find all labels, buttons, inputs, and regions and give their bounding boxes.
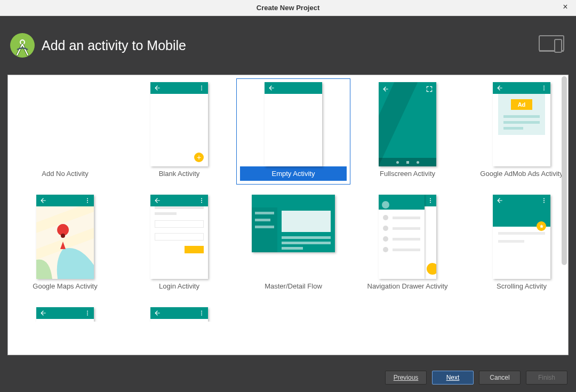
svg-point-27 [87,315,88,316]
overflow-menu-icon [198,309,205,317]
svg-point-6 [201,87,202,89]
back-arrow-icon [154,197,161,204]
svg-point-11 [87,198,88,199]
svg-point-8 [543,86,545,87]
template-navigation-drawer-activity[interactable]: Navigation Drawer Activity [350,188,465,300]
template-google-maps-activity[interactable]: Google Maps Activity [8,188,122,300]
template-label: Blank Activity [126,166,233,181]
overflow-menu-icon [541,84,547,92]
svg-point-15 [61,234,65,238]
template-label: Add No Activity [12,166,118,181]
svg-point-24 [543,202,545,203]
svg-point-16 [201,198,202,199]
overflow-menu-icon [541,197,547,204]
map-preview-icon [36,206,94,279]
template-blank-activity[interactable]: + Blank Activity [122,75,236,188]
back-arrow-icon [496,84,503,92]
template-label: Google Maps Activity [12,279,118,293]
close-icon[interactable]: × [560,2,571,12]
back-arrow-icon [382,85,389,93]
back-arrow-icon [39,309,47,317]
back-arrow-icon [39,197,47,204]
template-partial-1[interactable] [8,300,122,322]
svg-point-20 [430,200,431,201]
wizard-content: Add No Activity + Blank Activity [0,75,576,363]
device-preview-icon [539,35,564,55]
template-label: Master/Detail Flow [240,279,347,293]
template-login-activity[interactable]: Login Activity [122,188,236,300]
title-bar: Create New Project × [0,0,576,16]
overflow-menu-icon [84,309,91,317]
android-studio-logo-icon [10,33,35,58]
template-label: Login Activity [126,279,233,293]
template-label: Fullscreen Activity [354,166,461,181]
svg-point-26 [87,313,88,314]
template-empty-activity[interactable]: Empty Activity [236,75,350,188]
fullscreen-icon [426,85,433,93]
svg-point-30 [201,315,202,316]
svg-point-5 [201,86,202,87]
svg-point-19 [430,198,431,199]
previous-button-label: Previous [394,374,419,381]
back-arrow-icon [154,309,161,317]
template-master-detail-activity[interactable]: Master/Detail Flow [236,188,350,300]
fab-plus-icon: + [194,153,204,162]
page-title: Add an activity to Mobile [42,38,186,53]
svg-point-12 [87,200,88,201]
overflow-menu-icon [84,197,91,204]
svg-point-13 [87,202,88,203]
svg-point-25 [87,311,88,312]
svg-rect-4 [555,39,562,52]
svg-point-9 [543,87,545,89]
next-button[interactable]: Next [432,371,474,385]
ad-badge: Ad [511,99,532,110]
svg-point-21 [430,202,431,203]
svg-point-23 [543,200,545,201]
overflow-menu-icon [198,84,205,92]
wizard-footer: Previous Next Cancel Finish [0,363,576,392]
svg-point-10 [543,90,545,91]
svg-point-17 [201,200,202,201]
back-arrow-icon [496,197,503,204]
wizard-header: Add an activity to Mobile [0,16,576,75]
back-arrow-icon [268,84,275,92]
activity-template-gallery: Add No Activity + Blank Activity [7,75,569,355]
template-scrolling-activity[interactable]: Scrolling Activity [465,188,569,300]
previous-button[interactable]: Previous [385,371,427,385]
fab-star-icon [537,221,546,231]
template-admob-activity[interactable]: Ad Google AdMob Ads Activity [465,75,569,188]
gallery-scrollbar[interactable] [562,76,567,354]
overflow-menu-icon [427,197,434,204]
template-partial-2[interactable] [122,300,236,322]
overflow-menu-icon [198,197,205,204]
template-label: Navigation Drawer Activity [354,279,461,293]
svg-point-18 [201,202,202,203]
window-title: Create New Project [257,4,320,12]
back-arrow-icon [154,84,161,92]
template-add-no-activity[interactable]: Add No Activity [8,75,122,188]
next-button-label: Next [446,374,460,381]
svg-point-29 [201,313,202,314]
svg-point-22 [543,198,545,199]
svg-point-7 [201,90,202,91]
template-label: Scrolling Activity [468,279,569,293]
finish-button: Finish [526,371,567,385]
template-label: Empty Activity [240,166,347,181]
cancel-button[interactable]: Cancel [479,371,521,385]
template-fullscreen-activity[interactable]: Fullscreen Activity [350,75,465,188]
template-label: Google AdMob Ads Activity [468,166,569,181]
svg-point-28 [201,311,202,312]
